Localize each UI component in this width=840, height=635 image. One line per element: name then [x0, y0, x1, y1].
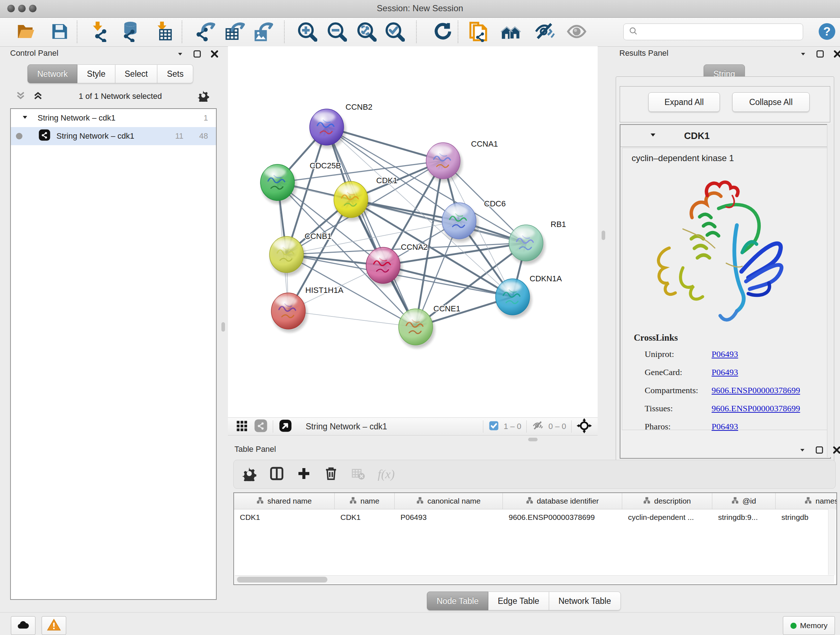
import-table-button[interactable] [152, 21, 174, 43]
tab-network-table[interactable]: Network Table [549, 592, 621, 610]
open-session-button[interactable] [15, 21, 37, 43]
search-input[interactable] [642, 25, 803, 39]
cell[interactable]: cyclin-dependent ... [622, 509, 712, 525]
tab-select[interactable]: Select [115, 65, 158, 83]
memory-status-dot [790, 623, 797, 629]
cloud-services-button[interactable] [11, 616, 35, 635]
tab-node-table[interactable]: Node Table [427, 592, 488, 610]
hide-selected-button[interactable] [533, 21, 556, 43]
crosslink-value-link[interactable]: 9606.ENSP00000378699 [712, 404, 800, 413]
control-panel-close-icon[interactable] [210, 49, 219, 60]
show-columns-icon[interactable] [269, 466, 284, 483]
zoom-selected-button[interactable] [384, 21, 406, 43]
crosslink-value-link[interactable]: P06493 [712, 422, 738, 431]
zoom-in-button[interactable] [296, 21, 318, 43]
column-header-namespace[interactable]: namespace [775, 493, 837, 509]
column-header-id[interactable]: @id [712, 493, 775, 509]
caret-down-icon[interactable] [648, 131, 658, 140]
network-type-icon [38, 129, 51, 143]
memory-button[interactable]: Memory [783, 616, 835, 635]
node-CDC6[interactable] [442, 203, 478, 242]
network-canvas[interactable]: CCNB2CCNA1CDC25BCDK1CDC6RB1CCNB1CCNA2CDK… [228, 46, 598, 417]
delete-column-icon[interactable] [324, 466, 339, 483]
warnings-button[interactable] [42, 616, 66, 635]
gene-card-header[interactable]: CDK1 [621, 125, 830, 147]
caret-down-icon[interactable] [20, 113, 30, 123]
column-header-databaseidentifier[interactable]: database identifier [503, 493, 622, 509]
cell[interactable]: stringdb:9... [712, 509, 775, 525]
cell[interactable]: 9606.ENSP00000378699 [503, 509, 622, 525]
expand-all-button[interactable]: Expand All [648, 92, 720, 112]
column-header-sharedname[interactable]: shared name [234, 493, 335, 509]
network-collection-row[interactable]: String Network – cdk1 1 [11, 109, 216, 127]
tab-edge-table[interactable]: Edge Table [488, 592, 549, 610]
selected-checkbox-icon[interactable] [488, 420, 499, 432]
add-column-icon[interactable] [297, 466, 311, 482]
node-CDC25B[interactable] [261, 165, 297, 204]
table-panel-float-icon[interactable] [798, 447, 807, 455]
node-CCNA1[interactable] [426, 143, 462, 182]
node-CCNE1[interactable] [399, 309, 435, 348]
node-CCNB2[interactable] [309, 109, 346, 149]
node-CDKN1A[interactable] [496, 279, 532, 318]
network-graph[interactable]: CCNB2CCNA1CDC25BCDK1CDC6RB1CCNB1CCNA2CDK… [228, 46, 598, 417]
import-network-database-button[interactable] [118, 21, 141, 43]
hidden-eye-slash-icon[interactable] [532, 420, 544, 433]
help-button[interactable]: ? [816, 21, 838, 43]
table-horizontal-scrollbar[interactable] [235, 575, 834, 584]
column-header-name[interactable]: name [335, 493, 395, 509]
tab-sets[interactable]: Sets [157, 65, 193, 83]
collapse-all-button[interactable]: Collapse All [732, 92, 810, 112]
table-row[interactable]: CDK1CDK1P064939606.ENSP00000378699cyclin… [234, 509, 836, 525]
string-home-button[interactable] [500, 21, 522, 43]
tab-network[interactable]: Network [27, 65, 77, 83]
network-options-gear-icon[interactable] [197, 89, 210, 103]
control-panel-maximize-icon[interactable] [193, 49, 202, 60]
right-splitter-handle[interactable] [602, 231, 605, 240]
scrollbar-thumb[interactable] [237, 577, 327, 583]
table-panel-maximize-icon[interactable] [815, 445, 824, 456]
cell[interactable]: CDK1 [335, 509, 395, 525]
node-RB1[interactable] [509, 225, 545, 264]
show-all-button[interactable] [565, 21, 588, 43]
crosslink-value-link[interactable]: 9606.ENSP00000378699 [712, 386, 800, 395]
results-panel-close-icon[interactable] [833, 49, 840, 60]
zoom-out-button[interactable] [325, 21, 348, 43]
cell[interactable]: CDK1 [234, 509, 335, 525]
bottom-splitter-handle[interactable] [528, 438, 538, 441]
crosslink-value-link[interactable]: P06493 [712, 349, 738, 359]
table-vertical-scrollbar[interactable] [828, 509, 836, 575]
birdseye-grid-icon[interactable] [235, 419, 248, 434]
results-panel-float-icon[interactable] [799, 51, 807, 59]
expand-all-icon[interactable] [33, 90, 43, 103]
results-panel-maximize-icon[interactable] [815, 49, 825, 60]
export-table-button[interactable] [224, 21, 246, 43]
control-panel-float-icon[interactable] [176, 51, 185, 59]
table-panel-close-icon[interactable] [832, 445, 840, 456]
export-image-button[interactable] [252, 21, 274, 43]
save-session-button[interactable] [49, 21, 71, 43]
open-in-window-icon[interactable] [278, 418, 293, 434]
fit-selection-crosshair-icon[interactable] [576, 418, 592, 435]
collapse-all-icon[interactable] [15, 90, 26, 103]
svg-text:?: ? [823, 25, 831, 38]
node-CDK1[interactable] [334, 181, 370, 221]
network-row-selected[interactable]: String Network – cdk1 11 48 [11, 127, 216, 145]
tab-style[interactable]: Style [77, 65, 115, 83]
cell[interactable]: P06493 [395, 509, 503, 525]
edge-CCNB2-CCNE1[interactable] [327, 127, 416, 327]
left-splitter-handle[interactable] [221, 322, 225, 332]
node-label-HIST1H1A: HIST1H1A [305, 286, 343, 295]
export-network-button[interactable] [194, 21, 216, 43]
import-network-file-button[interactable] [89, 21, 111, 43]
refresh-button[interactable] [431, 21, 453, 43]
crosslink-value-link[interactable]: P06493 [712, 367, 738, 377]
results-vertical-scrollbar[interactable] [827, 124, 832, 457]
search-field[interactable] [623, 24, 803, 40]
column-header-description[interactable]: description [622, 493, 712, 509]
node-HIST1H1A[interactable] [271, 293, 308, 333]
column-header-canonicalname[interactable]: canonical name [395, 493, 503, 509]
zoom-fit-button[interactable] [355, 21, 378, 43]
share-document-button[interactable] [467, 21, 489, 43]
table-settings-gear-icon[interactable] [242, 466, 257, 483]
